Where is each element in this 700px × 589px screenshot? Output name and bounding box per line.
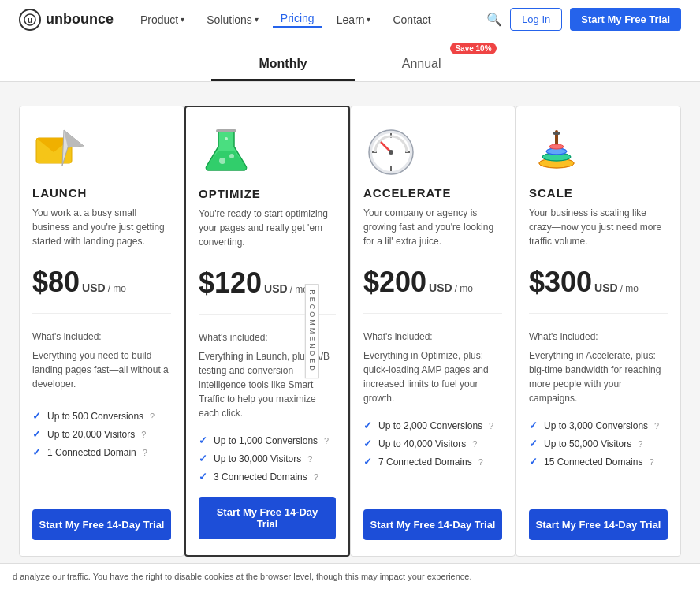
search-icon[interactable]: 🔍	[486, 12, 502, 27]
pricing-cards: LAUNCH You work at a busy small business…	[0, 82, 700, 588]
check-icon: ✓	[199, 471, 207, 483]
plan-icon-optimize	[199, 123, 336, 181]
nav-contact[interactable]: Contact	[385, 13, 438, 26]
plan-price-scale: $300 USD / mo	[529, 266, 668, 299]
svg-point-18	[389, 150, 393, 155]
start-trial-launch-button[interactable]: Start My Free 14-Day Trial	[32, 509, 171, 540]
nav-solutions[interactable]: Solutions ▾	[199, 13, 266, 26]
price-period-scale: / mo	[620, 283, 639, 294]
check-icon: ✓	[32, 428, 41, 440]
info-icon[interactable]: ?	[649, 457, 653, 467]
svg-text:u: u	[28, 16, 32, 24]
price-period-accelerate: / mo	[455, 283, 473, 294]
divider	[529, 313, 668, 314]
price-currency-scale: USD	[594, 281, 618, 294]
svg-point-26	[549, 144, 564, 149]
plan-card-accelerate: ACCELERATE Your company or agency is gro…	[350, 106, 516, 557]
price-period-launch: / mo	[108, 283, 126, 294]
info-icon[interactable]: ?	[489, 421, 493, 431]
features-list-optimize: ✓ Up to 1,000 Conversions ? ✓ Up to 30,0…	[199, 434, 336, 483]
info-icon[interactable]: ?	[638, 439, 642, 449]
info-icon[interactable]: ?	[314, 472, 318, 482]
logo-icon: u	[19, 9, 41, 31]
price-amount-optimize: $120	[199, 267, 262, 300]
chevron-down-icon: ▾	[255, 15, 259, 24]
price-currency-optimize: USD	[264, 282, 288, 295]
divider	[363, 313, 502, 314]
plan-desc-scale: Your business is scaling like crazy—now …	[529, 206, 668, 253]
whats-included-accelerate: What's included:	[363, 331, 502, 342]
cookie-text: d analyze our traffic. You have the righ…	[13, 572, 472, 581]
start-trial-accelerate-button[interactable]: Start My Free 14-Day Trial	[363, 509, 502, 540]
nav-product[interactable]: Product ▾	[132, 13, 192, 26]
info-icon[interactable]: ?	[150, 412, 155, 421]
check-icon: ✓	[529, 456, 538, 468]
nav-pricing[interactable]: Pricing	[273, 12, 322, 28]
navbar: u unbounce Product ▾ Solutions ▾ Pricing…	[0, 0, 700, 39]
feature-item: ✓ 3 Connected Domains ?	[199, 471, 336, 483]
info-icon[interactable]: ?	[143, 448, 147, 457]
start-trial-optimize-button[interactable]: Start My Free 14-Day Trial	[199, 497, 336, 539]
divider	[32, 313, 171, 314]
plan-name-optimize: OPTIMIZE	[199, 187, 336, 200]
plan-name-launch: LAUNCH	[32, 186, 171, 199]
start-trial-nav-button[interactable]: Start My Free Trial	[570, 8, 681, 31]
feature-item: ✓ Up to 40,000 Visitors ?	[363, 438, 502, 449]
plan-price-accelerate: $200 USD / mo	[363, 266, 502, 299]
plan-card-scale: SCALE Your business is scaling like craz…	[516, 106, 681, 557]
feature-item: ✓ Up to 50,000 Visitors ?	[529, 438, 668, 449]
svg-point-9	[229, 154, 234, 158]
info-icon[interactable]: ?	[478, 457, 483, 467]
feature-item: ✓ Up to 3,000 Conversions ?	[529, 419, 668, 431]
svg-point-10	[225, 137, 228, 140]
tab-monthly[interactable]: Monthly	[211, 49, 354, 81]
plan-icon-accelerate	[363, 122, 502, 180]
save-badge: Save 10%	[450, 43, 496, 54]
check-icon: ✓	[199, 434, 207, 446]
feature-item: ✓ Up to 30,000 Visitors ?	[199, 453, 336, 464]
info-icon[interactable]: ?	[324, 436, 329, 445]
feature-item: ✓ Up to 1,000 Conversions ?	[199, 434, 336, 446]
plan-icon-scale	[529, 122, 668, 180]
feature-item: ✓ 15 Connected Domains ?	[529, 456, 668, 468]
logo[interactable]: u unbounce	[19, 9, 114, 31]
svg-point-27	[553, 132, 560, 135]
check-icon: ✓	[363, 438, 372, 449]
info-icon[interactable]: ?	[654, 421, 659, 431]
billing-tabs: Monthly Annual Save 10%	[0, 39, 700, 82]
tab-annual[interactable]: Annual Save 10%	[355, 49, 489, 81]
info-icon[interactable]: ?	[141, 430, 146, 439]
price-amount-scale: $300	[529, 266, 592, 299]
cookie-bar: d analyze our traffic. You have the righ…	[0, 563, 700, 588]
whats-included-scale: What's included:	[529, 331, 668, 342]
plan-desc-accelerate: Your company or agency is growing fast a…	[363, 206, 502, 253]
plan-name-scale: SCALE	[529, 186, 668, 199]
price-amount-launch: $80	[32, 266, 80, 299]
price-currency-launch: USD	[82, 281, 106, 294]
plan-name-accelerate: ACCELERATE	[363, 186, 502, 199]
check-icon: ✓	[363, 456, 372, 468]
feature-item: ✓ 7 Connected Domains ?	[363, 456, 502, 468]
chevron-down-icon: ▾	[367, 15, 370, 24]
start-trial-scale-button[interactable]: Start My Free 14-Day Trial	[529, 509, 668, 540]
plan-price-launch: $80 USD / mo	[32, 266, 171, 299]
chevron-down-icon: ▾	[181, 15, 184, 24]
plan-card-optimize: RECOMMENDED OPTIMIZE You're ready to sta…	[184, 106, 350, 557]
check-icon: ✓	[32, 410, 41, 422]
feature-item: ✓ 1 Connected Domain ?	[32, 446, 171, 458]
check-icon: ✓	[363, 419, 372, 431]
features-list-scale: ✓ Up to 3,000 Conversions ? ✓ Up to 50,0…	[529, 419, 668, 468]
info-icon[interactable]: ?	[307, 454, 312, 464]
check-icon: ✓	[199, 453, 207, 464]
navbar-right: 🔍 Log In Start My Free Trial	[486, 8, 681, 31]
nav-learn[interactable]: Learn ▾	[329, 13, 379, 26]
svg-point-8	[219, 158, 225, 164]
whats-included-launch: What's included:	[32, 331, 171, 342]
login-button[interactable]: Log In	[510, 8, 562, 31]
price-currency-accelerate: USD	[429, 281, 452, 294]
info-icon[interactable]: ?	[472, 439, 477, 449]
plan-icon-launch	[32, 122, 171, 180]
price-amount-accelerate: $200	[363, 266, 426, 299]
plan-desc-launch: You work at a busy small business and yo…	[32, 206, 171, 253]
included-desc-accelerate: Everything in Optimize, plus: quick-load…	[363, 349, 502, 405]
